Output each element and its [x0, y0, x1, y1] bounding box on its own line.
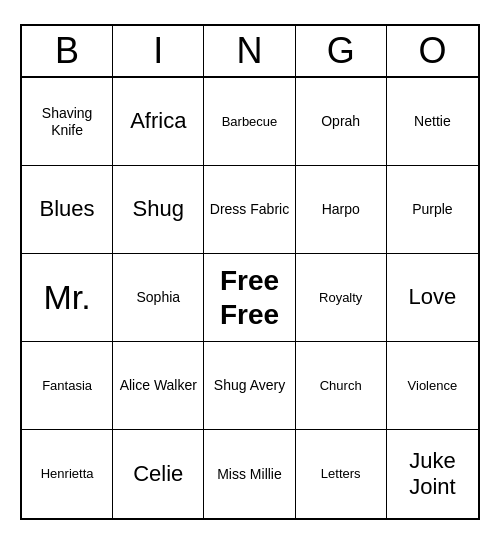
- bingo-cell: Barbecue: [204, 78, 295, 166]
- bingo-cell: Fantasia: [22, 342, 113, 430]
- bingo-cell: Royalty: [296, 254, 387, 342]
- bingo-cell: Africa: [113, 78, 204, 166]
- bingo-cell: Shaving Knife: [22, 78, 113, 166]
- bingo-header: BINGO: [22, 26, 478, 78]
- header-letter: B: [22, 26, 113, 76]
- bingo-cell: Free Free: [204, 254, 295, 342]
- bingo-cell: Shug: [113, 166, 204, 254]
- bingo-cell: Celie: [113, 430, 204, 518]
- bingo-cell: Letters: [296, 430, 387, 518]
- header-letter: I: [113, 26, 204, 76]
- bingo-cell: Miss Millie: [204, 430, 295, 518]
- bingo-cell: Purple: [387, 166, 478, 254]
- bingo-cell: Juke Joint: [387, 430, 478, 518]
- bingo-cell: Henrietta: [22, 430, 113, 518]
- bingo-cell: Nettie: [387, 78, 478, 166]
- bingo-grid: Shaving KnifeAfricaBarbecueOprahNettieBl…: [22, 78, 478, 518]
- bingo-cell: Oprah: [296, 78, 387, 166]
- bingo-cell: Blues: [22, 166, 113, 254]
- bingo-cell: Dress Fabric: [204, 166, 295, 254]
- bingo-card: BINGO Shaving KnifeAfricaBarbecueOprahNe…: [20, 24, 480, 520]
- bingo-cell: Alice Walker: [113, 342, 204, 430]
- header-letter: O: [387, 26, 478, 76]
- bingo-cell: Sophia: [113, 254, 204, 342]
- header-letter: G: [296, 26, 387, 76]
- bingo-cell: Church: [296, 342, 387, 430]
- header-letter: N: [204, 26, 295, 76]
- bingo-cell: Shug Avery: [204, 342, 295, 430]
- bingo-cell: Violence: [387, 342, 478, 430]
- bingo-cell: Love: [387, 254, 478, 342]
- bingo-cell: Harpo: [296, 166, 387, 254]
- bingo-cell: Mr.: [22, 254, 113, 342]
